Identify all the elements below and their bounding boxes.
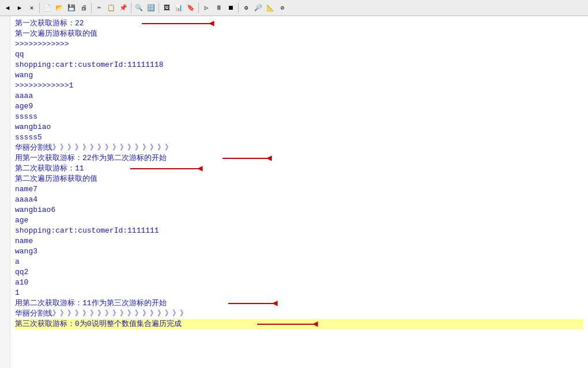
text-line-3: >>>>>>>>>>>> — [15, 39, 583, 50]
line-num — [1, 246, 7, 257]
toolbar-icon-stop[interactable]: ✕ — [26, 2, 37, 14]
line-num — [1, 164, 7, 174]
line-content-2: 第一次遍历游标获取的值 — [15, 29, 97, 39]
text-line-24: a — [15, 257, 583, 267]
arrow-28: ◀ — [228, 299, 278, 308]
line-num — [1, 205, 7, 215]
text-line-19: wangbiao6 — [15, 205, 583, 215]
text-line-29: 华丽分割线》》》》》》》》》》》》》》》》》》 — [15, 309, 583, 319]
line-content-28: 用第二次获取游标：11作为第三次游标的开始 — [15, 298, 167, 309]
line-content-21: shopping:cart:customerId:1111111 — [15, 226, 159, 236]
line-numbers-column — [0, 16, 10, 368]
line-content-26: a10 — [15, 278, 28, 288]
text-line-14: 用第一次获取游标：22作为第二次游标的开始 ◀ — [15, 153, 583, 164]
text-line-21: shopping:cart:customerId:1111111 — [15, 226, 583, 236]
text-line-17: name7 — [15, 184, 583, 195]
line-content-17: name7 — [15, 184, 37, 195]
text-line-22: name — [15, 236, 583, 246]
line-content-20: age — [15, 215, 28, 226]
toolbar-icon-stop2[interactable]: ⏹ — [225, 2, 236, 14]
line-num — [1, 278, 7, 288]
line-content-1: 第一次获取游标：22 — [15, 18, 84, 29]
toolbar-divider6 — [238, 3, 239, 13]
line-content-23: wang3 — [15, 246, 37, 257]
line-content-22: name — [15, 236, 33, 246]
toolbar-icon-paste[interactable]: 📌 — [118, 2, 129, 14]
toolbar-icon-measure[interactable]: 📐 — [265, 2, 276, 14]
toolbar-divider1 — [39, 3, 40, 13]
line-content-9: age9 — [15, 101, 33, 112]
toolbar-icon-print[interactable]: 🖨 — [78, 2, 89, 14]
text-line-4: qq — [15, 50, 583, 60]
toolbar-divider4 — [159, 3, 159, 13]
line-content-8: aaaa — [15, 91, 33, 101]
text-line-27: 1 — [15, 288, 583, 298]
toolbar-icon-save[interactable]: 💾 — [66, 2, 77, 14]
text-line-28: 用第二次获取游标：11作为第三次游标的开始 ◀ — [15, 298, 583, 309]
line-num — [1, 309, 7, 319]
line-content-18: aaaa4 — [15, 195, 37, 205]
text-line-20: age — [15, 215, 583, 226]
line-content-10: sssss — [15, 112, 37, 122]
line-content-13: 华丽分割线》》》》》》》》》》》》》》》》 — [15, 143, 172, 153]
toolbar-divider3 — [131, 3, 131, 13]
text-line-6: wang — [15, 70, 583, 81]
line-content-7: >>>>>>>>>>>>1 — [15, 81, 73, 91]
line-content-24: a — [15, 257, 20, 267]
text-line-26: a10 — [15, 278, 583, 288]
toolbar-icon-cancel[interactable]: ⊘ — [277, 2, 288, 14]
line-num — [1, 288, 7, 298]
line-num — [1, 143, 7, 153]
line-num — [1, 195, 7, 205]
main-content: 第一次获取游标：22 ◀ 第一次遍历游标获取的值 >>>>>>>>>>>> qq — [0, 16, 588, 368]
line-num — [1, 257, 7, 267]
line-num — [1, 215, 7, 226]
toolbar-icon-bookmark[interactable]: 🔖 — [185, 2, 197, 14]
line-num — [1, 39, 7, 50]
line-content-11: wangbiao — [15, 122, 51, 132]
toolbar-icon-find[interactable]: 🔍 — [133, 2, 145, 14]
line-num — [1, 101, 7, 112]
toolbar-icon-open[interactable]: 📂 — [54, 2, 65, 14]
toolbar-icon-img[interactable]: 🖼 — [161, 2, 172, 14]
line-num — [1, 81, 7, 91]
toolbar-icon-copy[interactable]: 📋 — [105, 2, 117, 14]
toolbar-divider2 — [91, 3, 92, 13]
line-num — [1, 60, 7, 70]
text-editor-content[interactable]: 第一次获取游标：22 ◀ 第一次遍历游标获取的值 >>>>>>>>>>>> qq — [10, 16, 588, 368]
text-line-23: wang3 — [15, 246, 583, 257]
line-num — [1, 29, 7, 39]
line-content-15: 第二次获取游标：11 — [15, 164, 84, 174]
line-num — [1, 298, 7, 309]
toolbar-icon-chart[interactable]: 📊 — [173, 2, 184, 14]
app-container: ◀ ▶ ✕ 📄 📂 💾 🖨 ✂ 📋 📌 🔍 🔠 🖼 📊 🔖 ▷ ⏸ ⏹ ⚙ 🔎 … — [0, 0, 588, 368]
line-content-25: qq2 — [15, 267, 28, 278]
line-content-5: shopping:cart:customerId:11111118 — [15, 60, 163, 70]
line-num — [1, 50, 7, 60]
text-line-8: aaaa — [15, 91, 583, 101]
line-content-6: wang — [15, 70, 33, 81]
toolbar-icon-new[interactable]: 📄 — [42, 2, 53, 14]
line-content-3: >>>>>>>>>>>> — [15, 39, 69, 50]
text-line-25: qq2 — [15, 267, 583, 278]
text-line-10: sssss — [15, 112, 583, 122]
line-num — [1, 267, 7, 278]
text-line-12: sssss5 — [15, 132, 583, 143]
line-num — [1, 184, 7, 195]
toolbar-icon-search2[interactable]: 🔎 — [252, 2, 264, 14]
toolbar-icon-font[interactable]: 🔠 — [145, 2, 157, 14]
toolbar-icon-forward[interactable]: ▶ — [14, 2, 25, 14]
arrow-1: ◀ — [142, 19, 214, 28]
line-content-14: 用第一次获取游标：22作为第二次游标的开始 — [15, 153, 167, 164]
toolbar-icon-settings[interactable]: ⚙ — [240, 2, 252, 14]
toolbar-icon-pause[interactable]: ⏸ — [213, 2, 224, 14]
line-content-19: wangbiao6 — [15, 205, 55, 215]
line-num — [1, 18, 7, 29]
toolbar-icon-back[interactable]: ◀ — [2, 2, 13, 14]
text-line-16: 第二次遍历游标获取的值 — [15, 174, 583, 184]
toolbar: ◀ ▶ ✕ 📄 📂 💾 🖨 ✂ 📋 📌 🔍 🔠 🖼 📊 🔖 ▷ ⏸ ⏹ ⚙ 🔎 … — [0, 0, 588, 16]
line-content-12: sssss5 — [15, 132, 42, 143]
text-line-18: aaaa4 — [15, 195, 583, 205]
toolbar-icon-run[interactable]: ▷ — [201, 2, 212, 14]
toolbar-icon-cut[interactable]: ✂ — [93, 2, 105, 14]
